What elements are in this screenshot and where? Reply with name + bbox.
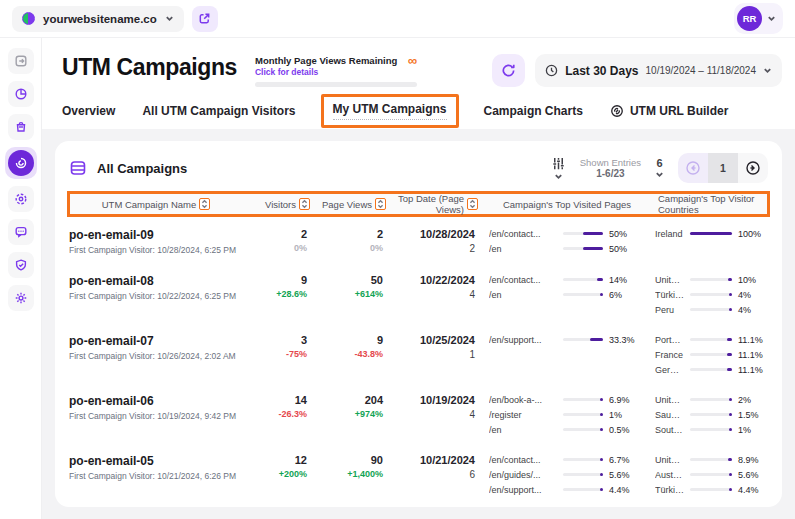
refresh-button[interactable]	[492, 54, 525, 87]
metric-bar-fill	[600, 413, 603, 416]
metric-bar	[690, 232, 732, 235]
site-selector[interactable]: yourwebsitename.co	[12, 6, 184, 32]
sidebar-item-settings[interactable]	[8, 285, 34, 311]
top-date-views: 6	[383, 469, 475, 480]
external-link-icon	[198, 12, 211, 25]
sort-icon[interactable]	[375, 198, 386, 210]
table-row[interactable]: po-en-email-06 First Campaign Visitor: 1…	[67, 385, 770, 445]
metric-bar-fill	[727, 353, 732, 356]
sidebar-item-campaigns[interactable]	[5, 147, 37, 179]
metric-line: United States 10%	[655, 274, 768, 285]
metric-bar	[690, 473, 732, 476]
metric-bar-fill	[729, 398, 732, 401]
sort-icon[interactable]	[299, 198, 310, 210]
metric-bar-fill	[727, 338, 732, 341]
visitors-change: +28.6%	[237, 289, 307, 299]
metric-bar-fill	[600, 488, 603, 491]
metric-percent: 50%	[609, 229, 639, 239]
metric-bar-fill	[728, 458, 732, 461]
quota-details-link[interactable]: Click for details	[255, 67, 417, 77]
sidebar-item-analytics[interactable]	[8, 81, 34, 107]
sidebar-item-goals[interactable]	[8, 186, 34, 212]
chevron-down-icon	[655, 170, 664, 179]
user-menu[interactable]: RR	[734, 3, 783, 34]
page-views-value: 204	[307, 394, 383, 406]
visitors-value: 2	[237, 228, 307, 240]
top-pages-list: /en/book-a-... 6.9% /register 1% /en 0.5…	[489, 394, 639, 435]
sort-icon[interactable]	[467, 198, 478, 210]
column-header-visitors[interactable]: Visitors	[240, 198, 310, 210]
filter-button[interactable]	[551, 156, 566, 181]
chevron-down-icon	[763, 66, 772, 75]
metric-bar	[563, 413, 603, 416]
metric-percent: 50%	[609, 244, 639, 254]
tab-campaign-charts[interactable]: Campaign Charts	[484, 104, 583, 118]
campaign-name: po-en-email-07	[69, 334, 237, 348]
metric-bar-fill	[727, 368, 732, 371]
page-views-change: +614%	[307, 289, 383, 299]
date-range-picker[interactable]: Last 30 Days 10/19/2024 – 11/18/2024	[535, 54, 782, 87]
sidebar	[0, 38, 42, 519]
visitors-change: 0%	[237, 243, 307, 253]
page-views-change: +1,400%	[307, 469, 383, 479]
quota-value: ∞	[408, 56, 417, 66]
metric-percent: 4.4%	[609, 485, 639, 495]
top-date: 10/28/2024	[383, 228, 475, 240]
metric-label: United States	[655, 275, 684, 285]
metric-label: /en	[489, 244, 557, 254]
metric-line: Saudi Arabia 1.5%	[655, 409, 768, 420]
column-header-top-countries: Campaign's Top Visitor Countries	[658, 193, 765, 215]
metric-bar	[690, 278, 732, 281]
shown-entries: Shown Entries 1-6/23	[580, 157, 641, 179]
tab-my-utm-campaigns[interactable]: My UTM Campaigns	[321, 94, 459, 128]
top-date-views: 4	[383, 289, 475, 300]
metric-label: Türkiye	[655, 290, 684, 300]
metric-line: /register 1%	[489, 409, 639, 420]
prev-page-button[interactable]	[678, 153, 708, 183]
metric-percent: 4.4%	[738, 485, 768, 495]
current-page[interactable]: 1	[708, 153, 738, 183]
table-row[interactable]: po-en-email-07 First Campaign Visitor: 1…	[67, 325, 770, 385]
metric-line: Portugal 11.1%	[655, 334, 768, 345]
table-row[interactable]: po-en-email-08 First Campaign Visitor: 1…	[67, 265, 770, 325]
table-row[interactable]: po-en-email-05 First Campaign Visitor: 1…	[67, 445, 770, 499]
metric-bar-fill	[583, 247, 603, 250]
tab-all-utm-campaign-visitors[interactable]: All UTM Campaign Visitors	[142, 104, 295, 118]
metric-label: United States	[655, 455, 684, 465]
shield-icon	[14, 258, 28, 272]
tab-overview[interactable]: Overview	[62, 104, 115, 118]
metric-bar	[690, 398, 732, 401]
column-header-page-views[interactable]: Page Views	[310, 198, 386, 210]
next-page-button[interactable]	[738, 153, 768, 183]
top-date-views: 1	[383, 349, 475, 360]
metric-bar	[690, 293, 732, 296]
metric-bar	[563, 488, 603, 491]
open-site-button[interactable]	[192, 6, 218, 32]
metric-line: Ireland 100%	[655, 228, 768, 239]
quota-widget[interactable]: Monthly Page Views Remaining ∞ Click for…	[255, 55, 417, 87]
metric-line: /en/guides/... 5.6%	[489, 469, 639, 480]
table-row[interactable]: po-en-email-09 First Campaign Visitor: 1…	[67, 219, 770, 265]
collapse-sidebar-button[interactable]	[8, 48, 34, 74]
column-header-top-date[interactable]: Top Date (Page Views)	[386, 193, 478, 215]
sidebar-item-privacy[interactable]	[8, 252, 34, 278]
metric-percent: 11.1%	[738, 365, 768, 375]
campaign-name: po-en-email-06	[69, 394, 237, 408]
metric-bar-fill	[729, 488, 732, 491]
card-title: All Campaigns	[97, 161, 187, 176]
column-header-campaign-name[interactable]: UTM Campaign Name	[72, 198, 240, 210]
sidebar-item-feedback[interactable]	[8, 219, 34, 245]
top-pages-list: /en/contact... 14% /en 6%	[489, 274, 639, 300]
tab-utm-url-builder[interactable]: UTM URL Builder	[610, 104, 728, 118]
link-icon	[610, 104, 624, 118]
page-size-select[interactable]: 6	[655, 157, 664, 179]
top-countries-list: Portugal 11.1% France 11.1% Germany 11.1…	[655, 334, 768, 375]
sidebar-item-ecommerce[interactable]	[8, 114, 34, 140]
metric-label: Germany	[655, 365, 684, 375]
sort-icon[interactable]	[199, 198, 210, 210]
top-date: 10/25/2024	[383, 334, 475, 346]
metric-line: /en/support... 33.3%	[489, 334, 639, 345]
visitors-change: -26.3%	[237, 409, 307, 419]
refresh-icon	[501, 63, 516, 78]
metric-bar-fill	[728, 278, 732, 281]
